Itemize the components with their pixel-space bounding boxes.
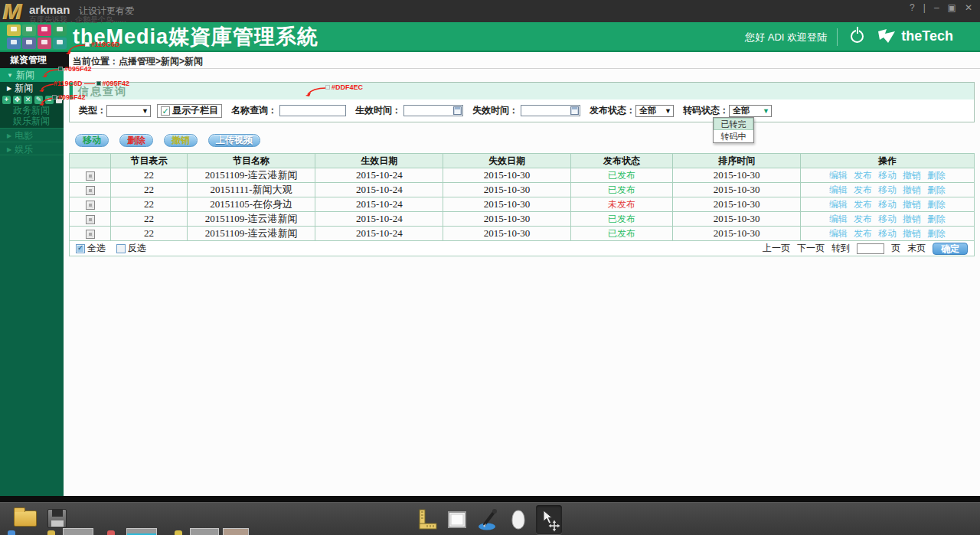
save-icon[interactable] [47, 509, 67, 528]
maximize-icon[interactable]: ▣ [948, 2, 956, 13]
delete-icon[interactable]: ✕ [24, 96, 32, 104]
delete-button[interactable]: 删除 [119, 134, 153, 147]
chevron-down-icon: ▼ [142, 107, 149, 115]
upload-video-button[interactable]: 上传视频 [208, 134, 260, 147]
op-delete-link[interactable]: 删除 [927, 170, 946, 181]
op-edit-link[interactable]: 编辑 [829, 214, 848, 224]
col-end-date: 失效日期 [443, 154, 571, 168]
op-delete-link[interactable]: 删除 [927, 199, 946, 210]
calendar-icon[interactable] [570, 106, 579, 115]
brand-logo: theTech [877, 28, 953, 44]
name-search-input[interactable] [279, 105, 346, 116]
add-icon[interactable]: + [2, 96, 11, 104]
table-row: 22 20151109-连云港新闻 2015-10-24 2015-10-30 … [70, 212, 975, 227]
page-number-input[interactable] [857, 243, 884, 254]
end-time-input[interactable] [521, 105, 580, 116]
close-icon[interactable]: ✕ [965, 2, 972, 13]
row-checkbox[interactable] [86, 230, 95, 239]
op-revoke-link[interactable]: 撤销 [903, 214, 921, 224]
minimize-icon[interactable]: – [934, 2, 939, 13]
cell-publish-status: 已发布 [570, 212, 673, 227]
color-annotation-095F42-1[interactable]: #095F42 [58, 65, 92, 73]
sidebar-item-label: 政务新闻 [13, 105, 50, 116]
op-move-link[interactable]: 移动 [878, 170, 897, 181]
screenshot-thumbnail[interactable] [63, 528, 93, 535]
type-select[interactable]: ▼ [106, 105, 151, 117]
color-annotation-119C6D-095F42[interactable]: #119C6D #095F42 [54, 80, 129, 87]
op-move-link[interactable]: 移动 [878, 228, 897, 239]
row-checkbox[interactable] [86, 215, 95, 224]
open-folder-icon[interactable] [14, 511, 37, 527]
thumbnail-fragment[interactable] [8, 530, 15, 535]
op-delete-link[interactable]: 删除 [927, 214, 946, 224]
publish-status-select[interactable]: 全部▼ [635, 105, 674, 117]
select-all-label: 全选 [87, 242, 106, 255]
annotation-label: #119C6D [54, 80, 83, 87]
move-button[interactable]: 移动 [75, 134, 109, 147]
thumbnail-fragment[interactable] [47, 530, 55, 535]
thumbnail-fragment[interactable] [107, 530, 115, 535]
op-delete-link[interactable]: 删除 [927, 184, 946, 195]
op-edit-link[interactable]: 编辑 [829, 199, 848, 210]
op-edit-link[interactable]: 编辑 [829, 170, 848, 181]
last-page-link[interactable]: 末页 [907, 242, 926, 255]
op-publish-link[interactable]: 发布 [854, 170, 872, 181]
cell-program-name: 20151109-连云港新闻 [187, 212, 315, 227]
op-delete-link[interactable]: 删除 [927, 228, 946, 239]
show-subcolumn-checkbox[interactable]: ✓ 显示子栏目 [157, 104, 222, 118]
header-checkbox-cell [70, 154, 111, 168]
select-all-checkbox[interactable] [76, 244, 85, 253]
cell-program-id: 22 [111, 168, 187, 183]
op-publish-link[interactable]: 发布 [854, 184, 872, 195]
color-swatch [52, 95, 57, 99]
row-checkbox[interactable] [86, 186, 95, 195]
calendar-icon[interactable] [453, 106, 462, 115]
op-revoke-link[interactable]: 撤销 [903, 184, 921, 195]
op-publish-link[interactable]: 发布 [854, 199, 872, 210]
op-move-link[interactable]: 移动 [878, 199, 897, 210]
op-revoke-link[interactable]: 撤销 [903, 228, 921, 239]
sidebar-item-gov-news[interactable]: 政务新闻 [0, 105, 64, 116]
screenshot-thumbnail[interactable] [126, 528, 157, 535]
sidebar-item-entertainment[interactable]: ▶娱乐 [0, 142, 64, 155]
cell-start-date: 2015-10-24 [315, 227, 443, 241]
color-annotation-119C6D-top[interactable]: #119C6D [85, 41, 120, 48]
bottom-divider [0, 496, 980, 502]
publish-status-value: 全部 [639, 105, 656, 116]
color-annotation-DDF4EC[interactable]: #DDF4EC [325, 83, 363, 91]
op-edit-link[interactable]: 编辑 [829, 184, 848, 195]
op-move-link[interactable]: 移动 [878, 214, 897, 224]
op-move-link[interactable]: 移动 [878, 184, 897, 195]
confirm-button[interactable]: 确定 [933, 243, 968, 255]
color-annotation-095F42-2[interactable]: #095F42 [52, 93, 86, 101]
start-time-input[interactable] [403, 105, 463, 116]
dropdown-option-working[interactable]: 转码中 [714, 130, 753, 142]
dropdown-option-done[interactable]: 已转完 [714, 118, 753, 130]
screenshot-thumbnail[interactable] [190, 528, 219, 535]
op-edit-link[interactable]: 编辑 [829, 228, 848, 239]
pagination: 上一页 下一页 转到 页 末页 确定 [763, 242, 968, 255]
op-revoke-link[interactable]: 撤销 [903, 199, 921, 210]
op-revoke-link[interactable]: 撤销 [903, 170, 921, 181]
op-publish-link[interactable]: 发布 [854, 228, 872, 239]
table-footer: 全选 反选 上一页 下一页 转到 页 末页 确定 [69, 241, 975, 256]
thumbnail-fragment[interactable] [175, 530, 182, 535]
revoke-button[interactable]: 撤销 [164, 134, 198, 147]
prev-page-link[interactable]: 上一页 [763, 242, 790, 255]
logo-tile [7, 24, 21, 36]
op-publish-link[interactable]: 发布 [854, 214, 872, 224]
sidebar-item-movie[interactable]: ▶电影 [0, 128, 64, 142]
col-operations: 操作 [801, 154, 975, 168]
screenshot-thumbnail[interactable] [223, 528, 249, 535]
row-checkbox[interactable] [86, 201, 95, 210]
row-checkbox[interactable] [86, 171, 95, 181]
chevron-down-icon: ▼ [7, 72, 13, 79]
help-icon[interactable]: ? [910, 2, 915, 13]
logout-power-icon[interactable] [851, 30, 864, 43]
next-page-link[interactable]: 下一页 [797, 242, 825, 255]
sidebar-item-ent-news[interactable]: 娱乐新闻 [0, 116, 64, 126]
invert-select-checkbox[interactable] [116, 244, 126, 253]
move-icon[interactable]: ✥ [13, 96, 21, 104]
cell-program-id: 22 [111, 227, 187, 241]
transcode-status-select[interactable]: 全部▼ [729, 105, 772, 117]
